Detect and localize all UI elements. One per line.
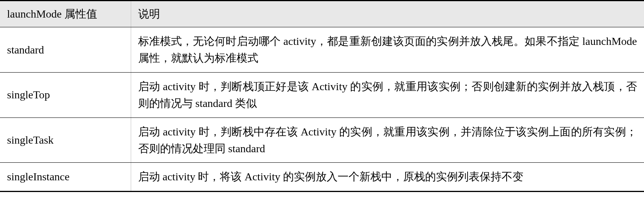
cell-desc: 启动 activity 时，判断栈顶正好是该 Activity 的实例，就重用该… bbox=[131, 72, 644, 117]
cell-desc: 启动 activity 时，判断栈中存在该 Activity 的实例，就重用该实… bbox=[131, 117, 644, 163]
header-desc: 说明 bbox=[131, 1, 644, 27]
cell-mode: singleInstance bbox=[0, 163, 131, 191]
cell-mode: singleTask bbox=[0, 117, 131, 163]
table-row: singleInstance 启动 activity 时，将该 Activity… bbox=[0, 163, 644, 191]
header-mode: launchMode 属性值 bbox=[0, 1, 131, 27]
cell-desc: 标准模式，无论何时启动哪个 activity，都是重新创建该页面的实例并放入栈尾… bbox=[131, 27, 644, 73]
table-row: singleTop 启动 activity 时，判断栈顶正好是该 Activit… bbox=[0, 72, 644, 117]
launchmode-table: launchMode 属性值 说明 standard 标准模式，无论何时启动哪个… bbox=[0, 0, 644, 192]
table-row: standard 标准模式，无论何时启动哪个 activity，都是重新创建该页… bbox=[0, 27, 644, 73]
table-row: singleTask 启动 activity 时，判断栈中存在该 Activit… bbox=[0, 117, 644, 163]
cell-mode: standard bbox=[0, 27, 131, 73]
table-header-row: launchMode 属性值 说明 bbox=[0, 1, 644, 27]
cell-desc: 启动 activity 时，将该 Activity 的实例放入一个新栈中，原栈的… bbox=[131, 163, 644, 191]
cell-mode: singleTop bbox=[0, 72, 131, 117]
